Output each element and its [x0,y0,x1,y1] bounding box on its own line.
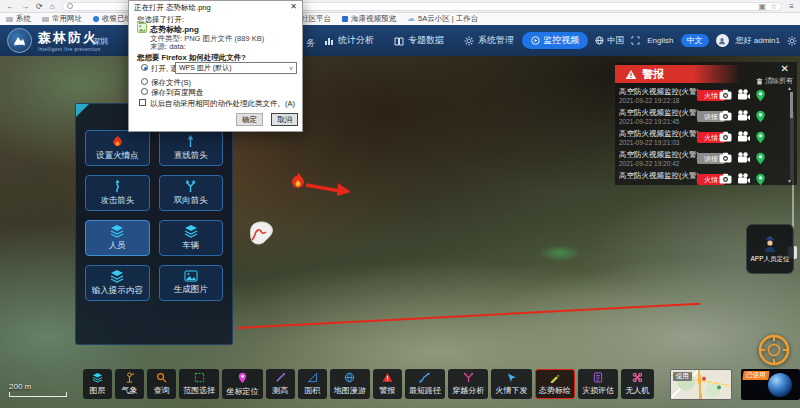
video-camera-icon[interactable] [737,131,750,142]
globe-thumbnail [768,373,792,397]
personnel-button[interactable]: 人员 [85,220,150,256]
tool-damage-assessment[interactable]: 灾损评估 [578,369,618,399]
reload-icon[interactable]: ⟳ [36,2,43,11]
video-camera-icon[interactable] [737,173,750,184]
tool-drone[interactable]: 无人机 [621,369,654,399]
input-hint-button[interactable]: 输入提示内容 [85,265,150,301]
earth-3d-basemap[interactable]: 已使用 [741,369,800,400]
monitor-video-button[interactable]: 监控视频 [522,32,588,49]
location-pin-icon[interactable] [755,173,766,185]
app-header: 森林防火 Intelligent fire prevention 深圳 务 统计… [0,25,800,56]
radio-save-label[interactable]: 保存文件(S) [151,78,191,88]
camera-icon[interactable] [719,173,732,184]
home-icon[interactable]: ⌂ [50,2,55,11]
radio-open-with[interactable] [141,64,148,71]
video-camera-icon[interactable] [737,110,750,121]
tool-weather[interactable]: 气象 [115,369,144,399]
tool-shortest-path[interactable]: 最短路径 [405,369,445,399]
alert-row[interactable]: 高空防火视频监控(火警)2021-09-22 19:20:42 误报 [615,149,797,170]
camera-icon[interactable] [719,110,732,121]
nav-item-thematic-data[interactable]: 专题数据 [394,34,444,47]
bidirectional-arrow-button[interactable]: 双向箭头 [159,175,224,211]
location-pin-icon[interactable] [755,110,766,123]
location-pin-icon[interactable] [755,131,766,144]
attack-arrow-button[interactable]: 攻击箭头 [85,175,150,211]
video-camera-icon[interactable] [737,152,750,163]
tool-layers[interactable]: 图层 [83,369,112,399]
radio-save-baidu[interactable] [141,88,148,95]
country-selector[interactable]: 中国 [595,35,624,47]
forward-icon[interactable]: → [21,2,29,11]
straight-arrow-button[interactable]: 直线箭头 [159,130,224,166]
nav-item-statistics[interactable]: 统计分析 [324,34,374,47]
nav-item-system-admin[interactable]: 系统管理 [464,34,514,47]
brand-subtitle: Intelligent fire prevention [38,47,101,52]
back-icon[interactable]: ← [6,2,14,11]
greeting-label: 您好 admin1 [736,35,780,46]
location-pin-icon[interactable] [755,152,766,165]
vehicle-button[interactable]: 车辆 [159,220,224,256]
tool-situation-plot[interactable]: 态势标绘 [535,369,575,399]
radio-baidu-label[interactable]: 保存到百度网盘 [151,88,204,98]
layers-icon [184,224,198,238]
settings-gear-icon[interactable] [787,36,797,46]
remember-checkbox[interactable] [139,99,146,106]
avatar[interactable] [716,34,729,47]
bookmark-item[interactable]: ☁5A云小区 | 工作台 [407,14,478,24]
site-favicon [342,16,348,22]
open-with-select[interactable]: WPS 图片 (默认) ˅ [175,62,297,74]
close-icon[interactable]: ✕ [781,63,789,74]
video-camera-icon[interactable] [737,89,750,100]
dialog-title: 正在打开 态势标绘.png [134,3,211,13]
close-icon[interactable]: ✕ [290,2,297,11]
tool-measure-height[interactable]: 测高 [266,369,295,399]
image-file-icon [137,23,147,33]
pip-icon[interactable]: ▣ [759,2,767,11]
alert-row[interactable]: 高空防火视频监控(火警)2021-09-22 19:22:18 火情 [615,86,797,107]
camera-icon[interactable] [719,89,732,100]
fire-point-icon [289,171,307,191]
tool-alerts[interactable]: 警报 [373,369,402,399]
alert-row[interactable]: 高空防火视频监控(火警) 火情 [615,170,797,185]
lang-chinese-button[interactable]: 中文 [681,34,709,47]
play-circle-icon [531,36,540,45]
generate-image-button[interactable]: 生成图片 [159,265,224,301]
tool-range-select[interactable]: 范围选择 [179,369,219,399]
cancel-button[interactable]: 取消 [271,113,298,126]
app-personnel-locate-widget[interactable]: APP人员定位 [746,224,794,274]
cursor-arrow-icon [506,372,517,383]
tool-coordinate-locate[interactable]: 坐标定位 [222,369,262,399]
layers-icon [110,269,124,283]
tool-search[interactable]: 查询 [147,369,176,399]
search-icon [67,3,73,9]
set-fire-point-button[interactable]: 设置火情点 [85,130,150,166]
tool-cross-analysis[interactable]: 穿越分析 [448,369,488,399]
alert-row[interactable]: 高空防火视频监控(火警)2021-09-22 19:21:45 误报 [615,107,797,128]
radio-save-file[interactable] [141,78,148,85]
bookmark-item[interactable]: 常用网址 [42,14,82,24]
remember-label[interactable]: 以后自动采用相同的动作处理此类文件。(A) [150,99,295,109]
alerts-scrollbar-thumb[interactable] [790,92,793,118]
scroll-down-icon[interactable]: ▼ [787,178,792,184]
panel-corner-decoration [76,104,89,117]
location-pin-icon[interactable] [755,89,766,102]
bookmark-item[interactable]: 海康视频预览 [342,14,396,24]
drone-icon [632,372,643,383]
tool-map-roam[interactable]: 地图漫游 [330,369,370,399]
tool-fire-dispatch[interactable]: 火情下发 [491,369,531,399]
alert-row[interactable]: 高空防火视频监控(火警)2021-09-22 19:21:03 火情 [615,128,797,149]
ok-button[interactable]: 确定 [236,113,263,126]
lang-english-button[interactable]: English [647,36,673,45]
tool-area[interactable]: 面积 [298,369,327,399]
compass-widget[interactable] [756,332,792,368]
scroll-up-icon[interactable]: ▲ [787,85,792,91]
camera-icon[interactable] [719,152,732,163]
bookmark-star-icon[interactable]: ☆ [770,2,777,11]
fullscreen-icon[interactable] [631,36,640,45]
menu-icon[interactable]: ≡ [789,2,794,11]
bookmark-item[interactable]: 系统 [6,14,31,24]
nav-item-partial[interactable]: 务 [306,37,315,50]
layers-icon [92,372,103,383]
camera-icon[interactable] [719,131,732,142]
minimap-2d-basemap[interactable]: 使用 [670,369,733,400]
